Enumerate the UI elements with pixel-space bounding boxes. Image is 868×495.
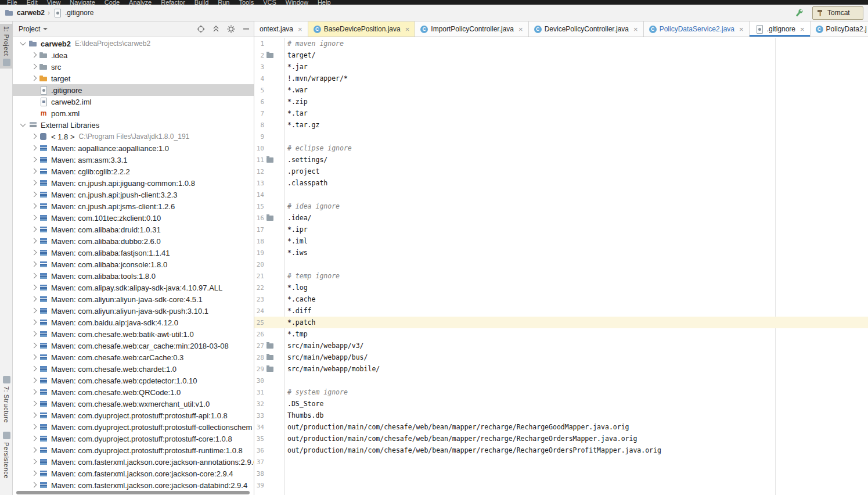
chevron-right-icon[interactable] [29,260,39,269]
menu-item-analyze[interactable]: Analyze [129,0,152,5]
tree-item-.idea[interactable]: .idea [13,49,254,61]
editor-line-14[interactable]: 14 [254,189,868,200]
menu-item-refactor[interactable]: Refactor [161,0,185,5]
close-tab-icon[interactable]: × [633,26,638,33]
tree-item-maven-com.dyuproject.protostuff-protostuff-runtime-1.0.8[interactable]: Maven: com.dyuproject.protostuff:protost… [13,444,254,456]
chevron-right-icon[interactable] [29,457,39,467]
editor-line-5[interactable]: 5*.war [254,84,868,96]
locate-file-icon[interactable] [196,25,205,34]
tree-item-maven-com.alibaba-dubbo-2.6.0[interactable]: Maven: com.alibaba:dubbo:2.6.0 [13,235,254,247]
tab-importpolicycontroller.java[interactable]: CImportPolicyController.java× [415,21,528,37]
chevron-right-icon[interactable] [29,155,39,164]
chevron-right-icon[interactable] [29,213,39,223]
chevron-right-icon[interactable] [29,306,39,315]
chevron-right-icon[interactable] [29,62,39,71]
tool-button-persistence[interactable]: Persistence [0,429,13,481]
chevron-right-icon[interactable] [29,469,39,478]
editor-line-1[interactable]: 1# maven ignore [254,38,868,49]
chevron-right-icon[interactable] [29,283,39,292]
editor-line-24[interactable]: 24*.diff [254,305,868,317]
menu-item-window[interactable]: Window [286,0,308,5]
menu-item-edit[interactable]: Edit [27,0,38,5]
menu-item-code[interactable]: Code [105,0,120,5]
editor-line-26[interactable]: 26*.tmp [254,328,868,340]
run-configuration-button[interactable]: Tomcat [812,6,863,20]
chevron-right-icon[interactable] [29,225,39,234]
editor-line-28[interactable]: 28src/main/webapp/bus/ [254,351,868,363]
editor-line-25[interactable]: 25*.patch [254,317,868,328]
tree-item-carweb2[interactable]: carweb2E:\IdeaProjects\carweb2 [13,38,254,49]
editor-line-11[interactable]: 11.settings/ [254,154,868,166]
tree-item-maven-com.chesafe.web-cpdetector-1.0.10[interactable]: Maven: com.chesafe.web:cpdetector:1.0.10 [13,375,254,386]
project-panel-title[interactable]: Project [19,25,40,33]
chevron-right-icon[interactable] [29,411,39,420]
tree-item-maven-cn.jpush.api-jpush-client-3.2.3[interactable]: Maven: cn.jpush.api:jpush-client:3.2.3 [13,189,254,200]
collapse-all-icon[interactable] [211,25,220,34]
chevron-right-icon[interactable] [29,341,39,350]
editor-line-31[interactable]: 31# system ignore [254,386,868,398]
settings-gear-icon[interactable] [226,25,235,34]
editor-line-9[interactable]: 9 [254,131,868,142]
editor-line-32[interactable]: 32.DS_Store [254,398,868,410]
tree-item-maven-cglib-cglib-2.2.2[interactable]: Maven: cglib:cglib:2.2.2 [13,166,254,177]
editor-line-30[interactable]: 30 [254,375,868,386]
chevron-right-icon[interactable] [29,318,39,327]
chevron-right-icon[interactable] [29,178,39,188]
chevron-right-icon[interactable] [29,236,39,246]
tree-item-maven-com.chesafe.web-wxmerchant-util-v1.0[interactable]: Maven: com.chesafe.web:wxmerchant_util:v… [13,398,254,410]
chevron-right-icon[interactable] [29,434,39,443]
editor-line-6[interactable]: 6*.zip [254,96,868,107]
editor-line-39[interactable]: 39 [254,479,868,491]
editor-line-20[interactable]: 20 [254,259,868,270]
tree-item-maven-com.fasterxml.jackson.core-jackson-annotations-2.9.0[interactable]: Maven: com.fasterxml.jackson.core:jackso… [13,456,254,468]
tab-ontext.java[interactable]: ontext.java× [254,21,308,37]
menu-item-help[interactable]: Help [318,0,331,5]
tree-item--1.8-[interactable]: < 1.8 >C:\Program Files\Java\jdk1.8.0_19… [13,131,254,142]
menu-item-tools[interactable]: Tools [239,0,254,5]
tree-item-target[interactable]: target [13,73,254,84]
editor-line-36[interactable]: 36out/production/main/com/chesafe/web/be… [254,444,868,456]
chevron-right-icon[interactable] [29,51,39,60]
editor-line-3[interactable]: 3*.jar [254,61,868,73]
tree-item-maven-com.101tec-zkclient-0.10[interactable]: Maven: com.101tec:zkclient:0.10 [13,212,254,224]
chevron-right-icon[interactable] [29,202,39,211]
wrench-icon[interactable] [794,8,804,18]
chevron-down-icon[interactable] [43,28,48,30]
editor-line-22[interactable]: 22*.log [254,282,868,293]
chevron-right-icon[interactable] [29,74,39,83]
editor[interactable]: 1# maven ignore2target/3*.jar4!.mvn/wrap… [254,38,868,495]
chevron-right-icon[interactable] [29,329,39,339]
tree-item-maven-com.alibaba-jconsole-1.8.0[interactable]: Maven: com.alibaba:jconsole:1.8.0 [13,259,254,270]
editor-line-38[interactable]: 38 [254,468,868,479]
chevron-right-icon[interactable] [29,190,39,199]
tree-item-maven-com.alibaba-druid-1.0.31[interactable]: Maven: com.alibaba:druid:1.0.31 [13,224,254,235]
menu-item-vcs[interactable]: VCS [263,0,276,5]
editor-line-10[interactable]: 10# eclipse ignore [254,142,868,154]
editor-line-21[interactable]: 21# temp ignore [254,270,868,282]
chevron-right-icon[interactable] [29,167,39,176]
tree-item-maven-asm-asm-3.3.1[interactable]: Maven: asm:asm:3.3.1 [13,154,254,166]
breadcrumb-file[interactable]: .gitignore [65,9,93,17]
chevron-right-icon[interactable] [29,248,39,257]
tree-item-maven-com.chesafe.web-batik-awt-util-1.0[interactable]: Maven: com.chesafe.web:batik-awt-util:1.… [13,328,254,340]
tree-item-maven-com.chesafe.web-car-cache-min-2018-03-08[interactable]: Maven: com.chesafe.web:car_cache:min:201… [13,340,254,351]
chevron-right-icon[interactable] [29,353,39,362]
chevron-right-icon[interactable] [29,144,39,153]
tree-item-maven-com.alibaba-tools-1.8.0[interactable]: Maven: com.alibaba:tools:1.8.0 [13,270,254,282]
close-tab-icon[interactable]: × [518,26,523,33]
chevron-right-icon[interactable] [29,422,39,432]
tree-item-.gitignore[interactable]: .gitignore [13,84,254,96]
tab-.gitignore[interactable]: .gitignore× [750,21,811,37]
editor-line-4[interactable]: 4!.mvn/wrapper/* [254,73,868,84]
tab-basedeviceposition.java[interactable]: CBaseDevicePosition.java× [308,21,416,37]
editor-line-33[interactable]: 33Thumbs.db [254,410,868,421]
chevron-right-icon[interactable] [29,132,39,141]
tree-horizontal-scrollbar[interactable] [16,491,250,494]
chevron-right-icon[interactable] [29,271,39,281]
chevron-right-icon[interactable] [29,399,39,408]
menu-item-run[interactable]: Run [218,0,229,5]
editor-line-12[interactable]: 12.project [254,166,868,177]
tool-button-project[interactable]: 1: Project [0,24,13,69]
chevron-right-icon[interactable] [29,376,39,385]
editor-line-29[interactable]: 29src/main/webapp/mobile/ [254,363,868,375]
